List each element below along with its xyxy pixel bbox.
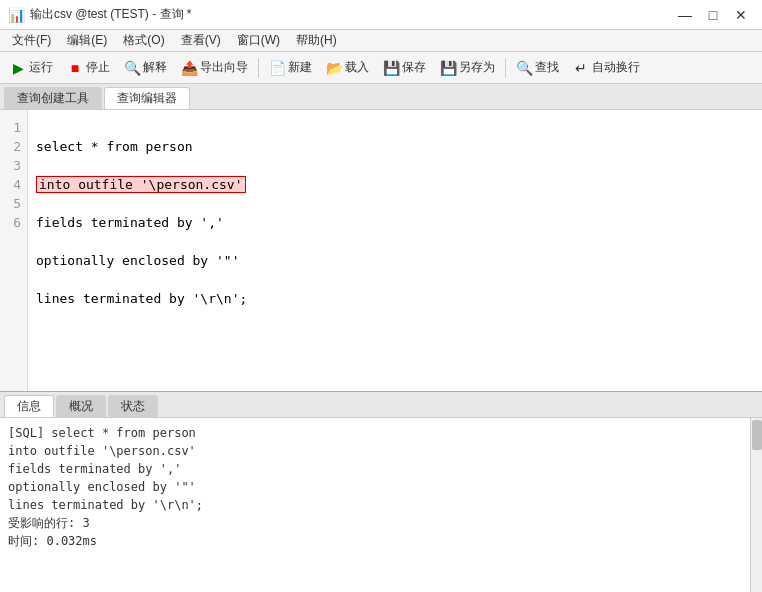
run-button[interactable]: ▶ 运行 — [4, 55, 59, 81]
save-icon: 💾 — [383, 60, 399, 76]
line-num-2: 2 — [6, 137, 21, 156]
line-num-6: 6 — [6, 213, 21, 232]
separator-1 — [258, 58, 259, 78]
menu-window[interactable]: 窗口(W) — [229, 30, 288, 52]
bottom-panel: 信息 概况 状态 [SQL] select * from person into… — [0, 392, 762, 592]
line-num-1: 1 — [6, 118, 21, 137]
tab-status[interactable]: 状态 — [108, 395, 158, 417]
load-icon: 📂 — [326, 60, 342, 76]
save-label: 保存 — [402, 59, 426, 76]
tab-profile[interactable]: 概况 — [56, 395, 106, 417]
stop-icon: ■ — [67, 60, 83, 76]
save-as-label: 另存为 — [459, 59, 495, 76]
bottom-scrollbar[interactable] — [750, 418, 762, 592]
separator-2 — [505, 58, 506, 78]
new-button[interactable]: 📄 新建 — [263, 55, 318, 81]
app-icon: 📊 — [8, 7, 24, 23]
export-label: 导出向导 — [200, 59, 248, 76]
wrap-label: 自动换行 — [592, 59, 640, 76]
new-icon: 📄 — [269, 60, 285, 76]
stop-button[interactable]: ■ 停止 — [61, 55, 116, 81]
bottom-content-area[interactable]: [SQL] select * from person into outfile … — [0, 418, 762, 592]
menu-format[interactable]: 格式(O) — [115, 30, 172, 52]
tab-query-editor[interactable]: 查询编辑器 — [104, 87, 190, 109]
menu-view[interactable]: 查看(V) — [173, 30, 229, 52]
close-button[interactable]: ✕ — [728, 4, 754, 26]
save-as-icon: 💾 — [440, 60, 456, 76]
code-line-6 — [36, 327, 754, 346]
window-controls: — □ ✕ — [672, 4, 754, 26]
save-as-button[interactable]: 💾 另存为 — [434, 55, 501, 81]
log-line-5: lines terminated by '\r\n'; — [8, 496, 754, 514]
menu-bar: 文件(F) 编辑(E) 格式(O) 查看(V) 窗口(W) 帮助(H) — [0, 30, 762, 52]
log-line-7: 时间: 0.032ms — [8, 532, 754, 550]
scrollbar-thumb[interactable] — [752, 420, 762, 450]
log-line-2: into outfile '\person.csv' — [8, 442, 754, 460]
stop-label: 停止 — [86, 59, 110, 76]
log-line-1: [SQL] select * from person — [8, 424, 754, 442]
log-line-4: optionally enclosed by '"' — [8, 478, 754, 496]
minimize-button[interactable]: — — [672, 4, 698, 26]
main-area: 1 2 3 4 5 6 select * from person into ou… — [0, 110, 762, 592]
explain-icon: 🔍 — [124, 60, 140, 76]
tab-query-builder[interactable]: 查询创建工具 — [4, 87, 102, 109]
code-line-3: fields terminated by ',' — [36, 213, 754, 232]
menu-edit[interactable]: 编辑(E) — [59, 30, 115, 52]
load-button[interactable]: 📂 载入 — [320, 55, 375, 81]
line-num-4: 4 — [6, 175, 21, 194]
bottom-tab-bar: 信息 概况 状态 — [0, 392, 762, 418]
explain-label: 解释 — [143, 59, 167, 76]
wrap-icon: ↵ — [573, 60, 589, 76]
find-label: 查找 — [535, 59, 559, 76]
log-line-6: 受影响的行: 3 — [8, 514, 754, 532]
find-button[interactable]: 🔍 查找 — [510, 55, 565, 81]
run-icon: ▶ — [10, 60, 26, 76]
toolbar: ▶ 运行 ■ 停止 🔍 解释 📤 导出向导 📄 新建 📂 载入 💾 保存 💾 另… — [0, 52, 762, 84]
find-icon: 🔍 — [516, 60, 532, 76]
explain-button[interactable]: 🔍 解释 — [118, 55, 173, 81]
code-line-2: into outfile '\person.csv' — [36, 175, 246, 194]
maximize-button[interactable]: □ — [700, 4, 726, 26]
code-editor[interactable]: select * from person into outfile '\pers… — [28, 110, 762, 391]
log-line-3: fields terminated by ',' — [8, 460, 754, 478]
code-line-4: optionally enclosed by '"' — [36, 251, 754, 270]
load-label: 载入 — [345, 59, 369, 76]
save-button[interactable]: 💾 保存 — [377, 55, 432, 81]
window-title: 输出csv @test (TEST) - 查询 * — [30, 6, 192, 23]
code-line-1: select * from person — [36, 137, 754, 156]
line-num-3: 3 — [6, 156, 21, 175]
new-label: 新建 — [288, 59, 312, 76]
menu-help[interactable]: 帮助(H) — [288, 30, 345, 52]
export-icon: 📤 — [181, 60, 197, 76]
line-numbers: 1 2 3 4 5 6 — [0, 110, 28, 391]
menu-file[interactable]: 文件(F) — [4, 30, 59, 52]
export-button[interactable]: 📤 导出向导 — [175, 55, 254, 81]
code-line-5: lines terminated by '\r\n'; — [36, 289, 754, 308]
line-num-5: 5 — [6, 194, 21, 213]
run-label: 运行 — [29, 59, 53, 76]
editor-tab-bar: 查询创建工具 查询编辑器 — [0, 84, 762, 110]
title-bar: 📊 输出csv @test (TEST) - 查询 * — □ ✕ — [0, 0, 762, 30]
tab-info[interactable]: 信息 — [4, 395, 54, 417]
wrap-button[interactable]: ↵ 自动换行 — [567, 55, 646, 81]
editor-area[interactable]: 1 2 3 4 5 6 select * from person into ou… — [0, 110, 762, 392]
title-bar-left: 📊 输出csv @test (TEST) - 查询 * — [8, 6, 192, 23]
